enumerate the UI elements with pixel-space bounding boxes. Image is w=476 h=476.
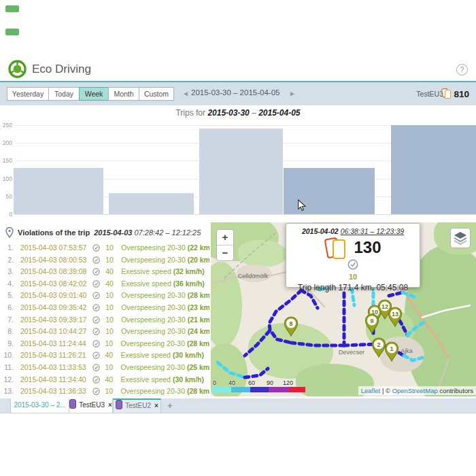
violation-datetime: 2015-04-03 11:24:44 — [20, 339, 86, 347]
close-tab-icon[interactable]: × — [154, 402, 158, 409]
osm-link[interactable]: OpenStreetMap — [392, 387, 438, 394]
tab-testeu2[interactable]: TestEU2× — [113, 398, 161, 413]
violation-row[interactable]: 2. 2015-04-03 08:00:53 10 Overspeesing 2… — [0, 254, 209, 267]
svg-text:8: 8 — [289, 320, 292, 327]
violation-row[interactable]: 9. 2015-04-03 11:24:44 10 Overspeesing 2… — [0, 338, 209, 350]
y-tick: 250 — [0, 122, 12, 129]
speed-scale-label: 40 — [228, 379, 235, 386]
bottom-tab-bar: 2015-03-30 – 2... TestEU3× TestEU2× + — [0, 398, 476, 413]
violation-row[interactable]: 12. 2015-04-03 11:34:40 40 Exessive spee… — [0, 374, 209, 386]
violation-cards-icon — [324, 237, 347, 259]
popup-penalty: 10 — [286, 273, 420, 281]
violation-index: 6. — [0, 302, 14, 314]
zoom-in-button[interactable]: + — [217, 230, 233, 245]
tab-date-range[interactable]: 2015-03-30 – 2... — [10, 398, 69, 413]
toolbar-button-custom[interactable]: Custom — [139, 87, 174, 101]
chart-bar-day1[interactable] — [14, 168, 103, 214]
trip-marker[interactable]: 8 — [283, 316, 299, 337]
prev-period-icon[interactable]: ◄ — [182, 90, 189, 97]
speedometer-icon — [92, 304, 100, 311]
speedometer-icon — [92, 376, 100, 384]
popup-trip-date: 2015-04-0206:38:31 – 12:23:39 — [286, 227, 420, 235]
violation-name: Overspeesing 20-30 (20 km/h) — [121, 256, 209, 264]
violation-row[interactable]: 11. 2015-04-03 11:33:53 10 Overspeesing … — [0, 362, 209, 374]
speedometer-icon — [92, 244, 100, 252]
violations-list: 1. 2015-04-03 07:53:57 10 Overspeesing 2… — [0, 242, 209, 398]
help-icon[interactable]: ? — [456, 64, 468, 75]
violation-row[interactable]: 1. 2015-04-03 07:53:57 10 Overspeesing 2… — [0, 242, 209, 254]
violation-speed: (30 km/h) — [173, 351, 204, 359]
violation-index: 12. — [0, 374, 14, 386]
violation-penalty: 10 — [105, 290, 116, 302]
svg-text:9: 9 — [370, 318, 373, 324]
violation-row[interactable]: 3. 2015-04-03 08:39:08 40 Exessive speed… — [0, 266, 209, 278]
speed-scale-label: 120 — [283, 379, 293, 386]
violation-datetime: 2015-04-03 11:34:40 — [20, 375, 86, 384]
popup-violations: 130 — [286, 236, 420, 259]
close-tab-icon[interactable]: × — [108, 401, 112, 409]
violation-name: Exessive speed (30 km/h) — [120, 351, 204, 359]
violation-speed: (28 km/h) — [188, 291, 209, 299]
violation-datetime: 2015-04-03 09:39:17 — [20, 316, 87, 324]
tab-testeu3[interactable]: TestEU3× — [69, 398, 113, 413]
eco-driving-app: { "header": { "title": "Eco Driving", "h… — [0, 0, 476, 476]
leaflet-map[interactable]: PápaCelldömölkDevecserAjka ✈ — [211, 222, 476, 396]
violation-penalty: 10 — [105, 242, 116, 254]
zoom-out-button[interactable]: − — [217, 245, 233, 260]
toolbar-button-today[interactable]: Today — [48, 87, 80, 101]
violation-penalty: 40 — [105, 350, 116, 362]
violation-row[interactable]: 13. 2015-04-03 11:36:33 10 Overspeesing … — [0, 386, 209, 398]
speedometer-icon — [347, 259, 358, 270]
violation-row[interactable]: 10. 2015-04-03 11:26:21 40 Exessive spee… — [0, 350, 209, 362]
violation-index: 2. — [0, 254, 14, 267]
speedometer-icon — [92, 256, 100, 264]
violation-row[interactable]: 7. 2015-04-03 09:39:17 10 Overspeesing 2… — [0, 314, 209, 326]
speedometer-icon — [92, 292, 100, 299]
car-icon — [116, 400, 122, 409]
toolbar-button-week[interactable]: Week — [79, 87, 109, 101]
violation-penalty: 40 — [105, 266, 116, 278]
violation-cards-icon — [442, 88, 452, 99]
y-tick: 200 — [0, 139, 12, 146]
chart-bar-day2[interactable] — [109, 193, 194, 214]
trip-marker[interactable]: 1 — [384, 341, 400, 362]
eco-driving-logo-icon — [8, 60, 27, 78]
toolbar-button-yesterday[interactable]: Yesterday — [7, 87, 49, 101]
violation-datetime: 2015-04-03 10:44:27 — [20, 327, 87, 335]
violation-row[interactable]: 4. 2015-04-03 08:42:02 40 Exessive speed… — [0, 278, 209, 290]
violation-datetime: 2015-04-03 11:33:53 — [20, 363, 86, 371]
speedometer-icon — [92, 364, 100, 371]
trip-marker[interactable]: 9 — [364, 313, 380, 334]
layers-button[interactable] — [450, 228, 471, 248]
violation-datetime: 2015-04-03 11:26:21 — [20, 351, 86, 359]
toolbar-button-month[interactable]: Month — [108, 87, 139, 101]
violation-penalty: 40 — [105, 374, 116, 386]
chart-title: Trips for 2015-03-30 – 2015-04-05 — [0, 108, 476, 118]
violation-row[interactable]: 8. 2015-04-03 10:44:27 10 Overspeesing 2… — [0, 326, 209, 338]
car-icon — [69, 399, 76, 409]
add-tab-button[interactable]: + — [167, 401, 173, 411]
popup-trip-info: Trip length 171.4 km, 05:45:08 — [286, 283, 420, 292]
y-tick: 0 — [0, 211, 12, 218]
violation-index: 8. — [0, 326, 14, 338]
violation-row[interactable]: 5. 2015-04-03 09:01:40 10 Overspeesing 2… — [0, 290, 209, 302]
violation-row[interactable]: 6. 2015-04-03 09:35:42 10 Overspeesing 2… — [0, 302, 209, 314]
trips-bar-chart: 250 200 150 100 50 0 — [0, 125, 476, 214]
violation-speed: (24 km/h) — [188, 327, 209, 335]
leaflet-link[interactable]: Leaflet — [361, 387, 381, 394]
screen-artifact — [5, 5, 19, 12]
violation-penalty: 10 — [105, 338, 116, 350]
violation-penalty: 40 — [105, 278, 116, 290]
violation-datetime: 2015-04-03 08:42:02 — [20, 279, 87, 288]
violation-speed: (30 km/h) — [173, 375, 204, 384]
violation-name: Exessive speed (30 km/h) — [120, 375, 204, 384]
speedometer-icon — [92, 340, 100, 347]
next-period-icon[interactable]: ► — [289, 90, 296, 97]
chart-bar-day3[interactable] — [199, 129, 283, 214]
y-tick: 100 — [0, 175, 12, 182]
chart-bar-day5[interactable] — [391, 125, 476, 214]
violation-index: 9. — [0, 338, 14, 350]
violation-index: 7. — [0, 314, 14, 326]
map-attribution: Leaflet | © OpenStreetMap contributors — [358, 386, 476, 395]
speedometer-icon — [92, 316, 100, 324]
